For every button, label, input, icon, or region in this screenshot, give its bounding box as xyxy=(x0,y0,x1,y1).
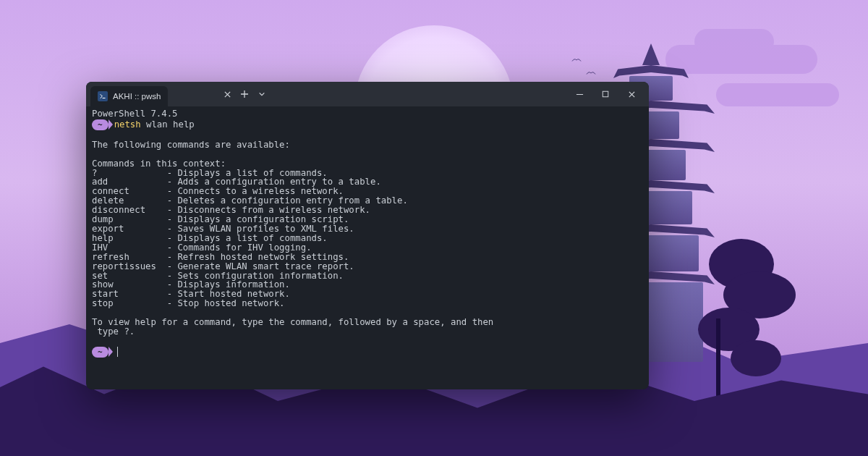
tab-close-button[interactable] xyxy=(218,85,236,103)
tab-title: AKHI :: pwsh xyxy=(113,92,161,101)
wallpaper-tree xyxy=(687,239,803,405)
tab-dropdown-button[interactable] xyxy=(253,85,271,103)
bird-icon xyxy=(571,52,582,56)
titlebar[interactable]: AKHI :: pwsh xyxy=(86,82,649,106)
command-text: netsh wlan help xyxy=(114,120,195,130)
text-cursor xyxy=(117,347,119,357)
terminal-window: AKHI :: pwsh PowerShell 7.4.5 ~ netsh wl… xyxy=(86,82,649,389)
svg-rect-0 xyxy=(603,91,608,97)
prompt-line: ~ netsh wlan help xyxy=(92,119,643,130)
output-line xyxy=(92,131,643,140)
bird-icon xyxy=(586,65,596,69)
output-line xyxy=(92,150,643,159)
output-line: To view help for a command, type the com… xyxy=(92,318,643,327)
window-close-button[interactable] xyxy=(618,84,644,104)
tab-active[interactable]: AKHI :: pwsh xyxy=(90,86,168,106)
window-maximize-button[interactable] xyxy=(592,84,618,104)
output-line: PowerShell 7.4.5 xyxy=(92,109,643,119)
wallpaper-cloud xyxy=(716,83,839,106)
prompt-pill: ~ xyxy=(92,119,109,130)
new-tab-button[interactable] xyxy=(236,85,253,103)
powershell-icon xyxy=(98,91,108,101)
bird-icon xyxy=(575,76,585,80)
terminal-body[interactable]: PowerShell 7.4.5 ~ netsh wlan help The f… xyxy=(86,106,649,389)
output-line: The following commands are available: xyxy=(92,140,643,150)
prompt-pill: ~ xyxy=(92,347,109,358)
command-name: netsh xyxy=(114,119,141,130)
output-line: Commands in this context: xyxy=(92,159,643,169)
command-args: wlan help xyxy=(146,119,195,130)
output-line: type ?. xyxy=(92,327,643,337)
output-line xyxy=(92,337,643,346)
prompt-line[interactable]: ~ xyxy=(92,347,643,358)
command-list: ? - Displays a list of commands. add - A… xyxy=(92,169,643,309)
window-minimize-button[interactable] xyxy=(566,84,592,104)
